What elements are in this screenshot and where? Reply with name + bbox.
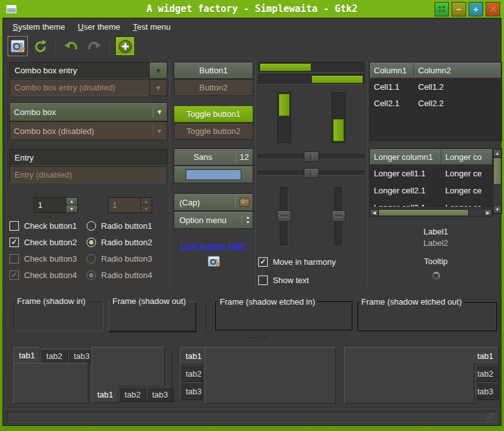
horizontal-scrollbar[interactable]: ◀ ▶ bbox=[369, 209, 493, 217]
menu-system-theme[interactable]: System theme bbox=[7, 20, 71, 34]
menu-test-menu[interactable]: Test menu bbox=[127, 20, 176, 34]
combo-box[interactable]: Combo box ▼ bbox=[9, 102, 167, 121]
radio-4-label: Radio button4 bbox=[101, 270, 152, 280]
cell: Longer cell3.1 bbox=[370, 203, 441, 207]
tab-2[interactable]: tab2 bbox=[40, 349, 68, 363]
tab-2[interactable]: tab2 bbox=[119, 387, 146, 402]
cell: Cell2.1 bbox=[370, 99, 414, 108]
tab-3[interactable]: tab3 bbox=[180, 382, 203, 400]
column-header[interactable]: Column2 bbox=[414, 63, 501, 78]
vertical-scale-1[interactable] bbox=[277, 187, 291, 245]
option-menu[interactable]: Option menu ▲▼ bbox=[174, 211, 253, 229]
table-row[interactable]: Cell1.1 Cell1.2 bbox=[370, 78, 501, 95]
close-button[interactable]: ✕ bbox=[486, 2, 500, 16]
table-row[interactable]: Longer cell2.1 Longer ce bbox=[370, 182, 493, 199]
cell: Longer ce bbox=[441, 169, 482, 178]
column-header[interactable]: Column1 bbox=[370, 63, 414, 78]
chevron-down-icon: ▼ bbox=[155, 67, 162, 75]
scale-handle[interactable] bbox=[332, 210, 345, 222]
scroll-left-icon[interactable]: ◀ bbox=[370, 209, 378, 216]
tab-1[interactable]: tab1 bbox=[180, 347, 205, 365]
checkbox-move-in-harmony[interactable]: ✓ bbox=[258, 257, 268, 267]
resize-grip[interactable] bbox=[487, 413, 496, 422]
updown-arrows-icon: ▲▼ bbox=[246, 215, 250, 224]
table-row[interactable]: Longer cell3.1 Longer ce bbox=[370, 199, 493, 207]
combo-box-entry-text[interactable]: Combo box entry bbox=[9, 62, 149, 79]
radio-dot-icon bbox=[89, 273, 93, 277]
combo-dropdown-button[interactable]: ▼ bbox=[149, 62, 167, 79]
scroll-right-icon[interactable]: ▶ bbox=[484, 209, 492, 216]
cell: Longer cell1.1 bbox=[370, 169, 441, 178]
tab-2[interactable]: tab2 bbox=[476, 365, 499, 382]
scrollbar-thumb[interactable] bbox=[378, 209, 469, 216]
font-size: 12 bbox=[240, 152, 253, 162]
toggle-button1[interactable]: Toggle button1 bbox=[174, 106, 253, 123]
frame-shadow-out: Frame (shadow out) bbox=[109, 301, 196, 331]
toolbar bbox=[3, 35, 501, 57]
undo-toolbar-button[interactable] bbox=[62, 37, 81, 56]
tab-1[interactable]: tab1 bbox=[474, 347, 499, 365]
vertical-scales bbox=[258, 187, 364, 245]
scrollbar-thumb[interactable] bbox=[493, 157, 501, 185]
notebook-tabs-top: tab1 tab2 tab3 bbox=[13, 347, 88, 404]
column-ranges: ✓ Move in harmony ✓ Show text bbox=[258, 62, 364, 286]
link-button[interactable]: Link button AWF bbox=[174, 241, 253, 251]
workspace-dots-button[interactable] bbox=[435, 2, 449, 16]
scale-handle[interactable] bbox=[304, 168, 319, 178]
scroll-down-icon[interactable]: ▼ bbox=[493, 205, 501, 214]
refresh-toolbar-button[interactable] bbox=[31, 37, 50, 56]
tab-1[interactable]: tab1 bbox=[92, 386, 119, 403]
spin-value[interactable]: 1 bbox=[34, 198, 66, 212]
combo-box-entry[interactable]: Combo box entry ▼ bbox=[9, 62, 167, 79]
table-row[interactable]: Cell2.1 Cell2.2 bbox=[370, 95, 501, 111]
tab-3[interactable]: tab3 bbox=[147, 387, 174, 402]
color-button[interactable] bbox=[174, 166, 253, 183]
scroll-up-icon[interactable]: ▲ bbox=[493, 149, 501, 157]
redo-toolbar-button[interactable] bbox=[85, 37, 104, 56]
menu-user-theme[interactable]: User theme bbox=[72, 20, 126, 34]
radio-3-disabled bbox=[87, 254, 96, 264]
entry-field[interactable]: Entry bbox=[9, 149, 167, 166]
checkbox-1[interactable]: ✓ bbox=[9, 221, 19, 231]
radio-1[interactable] bbox=[87, 221, 96, 231]
spin-button[interactable]: 1 ▲ ▼ bbox=[33, 197, 78, 213]
vertical-progressbar-up bbox=[332, 92, 345, 143]
maximize-button[interactable]: + bbox=[469, 2, 483, 16]
titlebar[interactable]: A widget factory - Simplewaita - Gtk2 − … bbox=[0, 0, 504, 18]
minimize-button[interactable]: − bbox=[452, 2, 466, 16]
horizontal-scale-2[interactable] bbox=[258, 168, 364, 178]
table-row[interactable]: Longer cell1.1 Longer ce bbox=[370, 165, 493, 182]
column-separator bbox=[255, 59, 256, 286]
button-separator bbox=[241, 215, 242, 225]
spin-up-icon[interactable]: ▲ bbox=[66, 198, 77, 205]
font-button[interactable]: Sans 12 bbox=[174, 149, 253, 166]
progress-fill bbox=[279, 94, 290, 116]
scale-handle[interactable] bbox=[304, 152, 319, 162]
dotted-separator bbox=[247, 337, 267, 338]
tab-3[interactable]: tab3 bbox=[476, 382, 499, 400]
radio-2[interactable] bbox=[87, 238, 96, 247]
status-section bbox=[3, 408, 501, 425]
column-header[interactable]: Longer co bbox=[441, 149, 493, 165]
vertical-scale-2[interactable] bbox=[332, 187, 345, 245]
spin-down-icon[interactable]: ▼ bbox=[66, 205, 77, 212]
checkbox-show-text[interactable]: ✓ bbox=[258, 276, 268, 285]
label2: Label2 bbox=[369, 238, 502, 248]
add-toolbar-button[interactable] bbox=[116, 37, 135, 56]
notebooks-section: tab1 tab2 tab3 tab1 tab2 tab3 tab1 tab2 … bbox=[3, 342, 501, 408]
scale-handle[interactable] bbox=[277, 210, 291, 222]
tab-2[interactable]: tab2 bbox=[180, 365, 203, 382]
file-chooser-button[interactable]: (Cap) bbox=[174, 193, 253, 211]
checkbox-2[interactable]: ✓ bbox=[9, 238, 19, 247]
file-chooser-label: (Cap) bbox=[174, 198, 231, 207]
clipped-row: Longer cell3.1 Longer ce bbox=[370, 199, 493, 207]
button1[interactable]: Button1 bbox=[174, 62, 253, 79]
tab-1[interactable]: tab1 bbox=[13, 347, 40, 363]
column-header[interactable]: Longer column1 bbox=[370, 149, 441, 165]
radio-dot-icon bbox=[89, 240, 93, 245]
horizontal-scale-1[interactable] bbox=[258, 152, 364, 162]
chevron-down-icon: ▼ bbox=[156, 127, 163, 135]
label1: Label1 bbox=[369, 227, 502, 236]
vertical-scrollbar[interactable]: ▲ ▼ bbox=[493, 149, 502, 214]
find-toolbar-button[interactable] bbox=[8, 37, 27, 56]
